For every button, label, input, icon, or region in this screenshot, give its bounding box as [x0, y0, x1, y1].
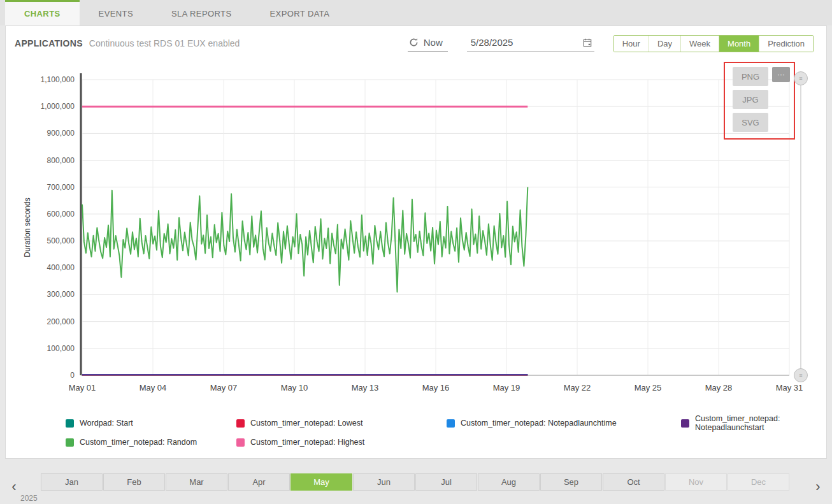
svg-text:May 31: May 31 — [776, 383, 803, 392]
month-button-sep[interactable]: Sep — [540, 473, 602, 491]
legend-label: Custom_timer_notepad: Notepadlaunchtime — [461, 419, 617, 428]
svg-text:May 13: May 13 — [352, 383, 379, 392]
legend-swatch-icon — [236, 419, 245, 428]
svg-text:300,000: 300,000 — [47, 290, 75, 299]
range-button-week[interactable]: Week — [680, 36, 719, 52]
prev-year-button[interactable]: ‹ — [8, 478, 20, 496]
main-panel: APPLICATIONS Continuous test RDS 01 EUX … — [5, 25, 827, 459]
legend-label: Custom_timer_notepad: Lowest — [250, 419, 362, 428]
date-value: 5/28/2025 — [471, 37, 513, 48]
svg-text:1,100,000: 1,100,000 — [41, 75, 75, 84]
header-controls: Now 5/28/2025 HourDayWeekMonthPrediction — [408, 35, 814, 52]
svg-text:700,000: 700,000 — [47, 183, 75, 192]
month-button-jul[interactable]: Jul — [415, 473, 477, 491]
months-row: JanFebMarAprMayJunJulAugSepOctNovDec — [41, 473, 827, 491]
chart-area: 0100,000200,000300,000400,000500,000600,… — [6, 61, 826, 408]
tab-bar: CHARTSEVENTSSLA REPORTSEXPORT DATA — [0, 0, 832, 25]
range-button-hour[interactable]: Hour — [614, 36, 649, 52]
export-jpg-button[interactable]: JPG — [733, 90, 768, 109]
svg-text:0: 0 — [70, 371, 75, 380]
range-button-month[interactable]: Month — [719, 36, 759, 52]
svg-text:May 22: May 22 — [564, 383, 591, 392]
svg-text:900,000: 900,000 — [47, 129, 75, 138]
legend-swatch-icon — [66, 438, 74, 447]
duration-chart[interactable]: 0100,000200,000300,000400,000500,000600,… — [6, 61, 826, 408]
title-block: APPLICATIONS Continuous test RDS 01 EUX … — [15, 38, 240, 48]
month-button-may[interactable]: May — [290, 473, 352, 491]
legend-item: Wordpad: Start — [66, 414, 236, 432]
tab-events[interactable]: EVENTS — [80, 0, 152, 25]
month-button-jan[interactable]: Jan — [41, 473, 103, 491]
legend-item: Custom_timer_notepad: Random — [66, 438, 236, 447]
legend-item: Custom_timer_notepad: Notepadlaunchtime — [447, 414, 681, 432]
month-button-jun[interactable]: Jun — [353, 473, 415, 491]
svg-text:May 07: May 07 — [210, 383, 238, 392]
legend-item: Custom_timer_notepad: Highest — [236, 438, 447, 447]
export-png-button[interactable]: PNG — [733, 67, 768, 86]
svg-text:May 10: May 10 — [281, 383, 308, 392]
svg-text:May 25: May 25 — [635, 383, 662, 392]
zoom-slider-handle-bottom[interactable]: ≡ — [794, 368, 808, 382]
month-button-nov: Nov — [665, 473, 727, 491]
legend-label: Custom_timer_notepad: Random — [80, 438, 197, 447]
tab-sla-reports[interactable]: SLA REPORTS — [152, 0, 250, 25]
svg-text:200,000: 200,000 — [47, 317, 75, 326]
calendar-icon[interactable] — [583, 38, 592, 47]
refresh-icon — [409, 38, 419, 47]
svg-text:500,000: 500,000 — [47, 236, 75, 245]
tab-charts[interactable]: CHARTS — [5, 0, 80, 25]
range-button-prediction[interactable]: Prediction — [759, 36, 813, 52]
month-button-oct[interactable]: Oct — [603, 473, 664, 491]
svg-text:May 19: May 19 — [493, 383, 520, 392]
svg-text:May 01: May 01 — [69, 383, 96, 392]
legend-label: Wordpad: Start — [80, 419, 133, 428]
month-button-mar[interactable]: Mar — [166, 473, 227, 491]
refresh-now-button[interactable]: Now — [408, 35, 448, 52]
panel-header: APPLICATIONS Continuous test RDS 01 EUX … — [6, 26, 826, 61]
month-button-aug[interactable]: Aug — [478, 473, 540, 491]
chart-legend: Wordpad: StartCustom_timer_notepad: Lowe… — [66, 414, 826, 458]
export-svg-button[interactable]: SVG — [733, 113, 768, 132]
zoom-slider-handle-top[interactable]: ≡ — [794, 71, 808, 85]
svg-text:800,000: 800,000 — [47, 156, 75, 165]
year-label: 2025 — [20, 494, 827, 503]
svg-text:400,000: 400,000 — [47, 263, 75, 272]
export-more-button[interactable]: ··· — [772, 67, 790, 82]
svg-text:May 16: May 16 — [422, 383, 450, 392]
zoom-slider-track[interactable] — [800, 78, 801, 375]
svg-text:May 04: May 04 — [140, 383, 167, 392]
legend-item: Custom_timer_notepad: Lowest — [236, 414, 447, 432]
next-year-button[interactable]: › — [812, 478, 824, 496]
legend-item: Custom_timer_notepad: Notepadlaunchstart — [681, 414, 826, 432]
legend-swatch-icon — [236, 438, 245, 447]
month-button-apr[interactable]: Apr — [228, 473, 290, 491]
time-range-group: HourDayWeekMonthPrediction — [613, 35, 814, 52]
svg-text:600,000: 600,000 — [47, 210, 75, 219]
month-navigation: ‹ JanFebMarAprMayJunJulAugSepOctNovDec 2… — [5, 465, 827, 504]
legend-swatch-icon — [447, 419, 455, 428]
svg-text:May 28: May 28 — [705, 383, 733, 392]
range-button-day[interactable]: Day — [649, 36, 680, 52]
legend-label: Custom_timer_notepad: Notepadlaunchstart — [695, 414, 826, 432]
tab-export-data[interactable]: EXPORT DATA — [250, 0, 348, 25]
legend-label: Custom_timer_notepad: Highest — [250, 438, 364, 447]
page-title: APPLICATIONS — [15, 38, 83, 48]
legend-swatch-icon — [66, 419, 74, 428]
now-label: Now — [424, 37, 443, 48]
svg-text:Duration seconds: Duration seconds — [23, 198, 32, 257]
page-subtitle: Continuous test RDS 01 EUX enabled — [89, 38, 240, 48]
month-button-dec: Dec — [728, 473, 789, 491]
month-button-feb[interactable]: Feb — [103, 473, 165, 491]
svg-text:1,000,000: 1,000,000 — [41, 102, 75, 111]
legend-swatch-icon — [681, 419, 689, 428]
date-input[interactable]: 5/28/2025 — [467, 35, 594, 52]
svg-text:100,000: 100,000 — [47, 344, 75, 353]
